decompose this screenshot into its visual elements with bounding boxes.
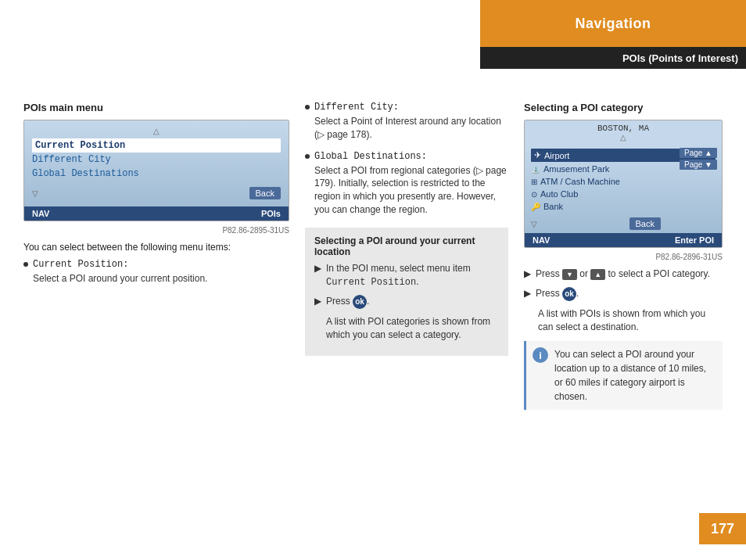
poi-label-1: Amusement Park — [543, 164, 609, 174]
poi-icon-0: ✈ — [534, 150, 541, 160]
navbar-right: POIs — [261, 209, 281, 218]
right-section-title: Selecting a POI category — [524, 102, 723, 113]
arrow-text-0: In the POI menu, select menu item Curren… — [326, 262, 499, 289]
poi-screen-top: BOSTON, MA △ — [525, 120, 722, 145]
mid-bullet-item-0: Different City: Select a Point of Intere… — [305, 102, 508, 142]
poi-row-autoclub: ⊙ Auto Club — [531, 188, 716, 200]
ok-btn-inline: ok — [353, 295, 367, 309]
mid-bullet-desc-0: Select a Point of Interest around any lo… — [314, 115, 508, 142]
right-step-1: ▶ Press ok. — [524, 287, 723, 301]
body-intro: You can select between the following men… — [23, 241, 289, 254]
right-text-1: Press ok. — [536, 287, 579, 301]
screen-inner: △ Current Position Different City Global… — [24, 120, 289, 206]
mid-bullet-header-0: Different City: — [314, 102, 508, 113]
screen-item-current: Current Position — [32, 138, 281, 153]
header-nav-banner: Navigation — [480, 0, 746, 47]
screen-navbar: NAV POIs — [24, 206, 289, 221]
poi-screen-caption: P82.86-2896-31US — [524, 253, 723, 261]
poi-icon-4: 🔑 — [531, 203, 540, 211]
navbar-left: NAV — [32, 209, 49, 218]
poi-category-screen: BOSTON, MA △ Page ▲ Page ▼ ✈ Airport ⛲ A… — [524, 120, 723, 248]
right-text-0: Press ▼ or ▲ to select a POI category. — [536, 267, 710, 281]
mid-bullet-list: Different City: Select a Point of Intere… — [305, 102, 508, 217]
mid-bullet-header-1: Global Destinations: — [314, 151, 508, 162]
right-arrow-0: ▶ — [524, 268, 531, 279]
arrow-step-1: ▶ Press ok. — [314, 295, 499, 309]
screen-item-different: Different City — [32, 153, 281, 167]
poi-row-atm: ⊞ ATM / Cash Machine — [531, 175, 716, 188]
poi-icon-2: ⊞ — [531, 178, 537, 186]
bullet-content: Current Position: Select a POI around yo… — [33, 259, 207, 285]
mid-bullet-desc-1: Select a POI from regional categories (▷… — [314, 164, 508, 217]
right-column: Selecting a POI category BOSTON, MA △ Pa… — [524, 102, 723, 544]
poi-icon-3: ⊙ — [531, 190, 537, 199]
poi-navbar-right: Enter POI — [675, 235, 714, 245]
poi-label-3: Auto Club — [540, 189, 578, 199]
header-nav-title: Navigation — [575, 16, 651, 32]
info-icon: i — [533, 347, 548, 363]
ok-btn-right: ok — [562, 287, 576, 301]
bullet-content-0: Different City: Select a Point of Intere… — [314, 102, 508, 142]
screen-caption-left: P82.86-2895-31US — [23, 226, 289, 235]
left-bullet-item-0: Current Position: Select a POI around yo… — [23, 259, 289, 285]
poi-row-bank: 🔑 Bank — [531, 200, 716, 213]
poi-screen-city: BOSTON, MA — [528, 124, 719, 133]
mid-bullet-item-1: Global Destinations: Select a POI from r… — [305, 151, 508, 217]
page-down-btn[interactable]: Page ▼ — [680, 160, 717, 170]
arrow-text-1: Press ok. — [326, 295, 369, 309]
bullet-header: Current Position: — [33, 259, 207, 270]
poi-icon-1: ⛲ — [531, 165, 540, 174]
info-text: You can select a POI around your locatio… — [554, 347, 716, 404]
arrow-step-2: ▶ A list with POI categories is shown fr… — [314, 315, 499, 342]
bullet-dot — [23, 262, 28, 267]
left-section-title: POIs main menu — [23, 102, 289, 113]
header-sub-banner: POIs (Points of Interest) — [480, 47, 746, 69]
page-btn-group: Page ▲ Page ▼ — [680, 148, 717, 170]
screen-item-global: Global Destinations — [32, 167, 281, 181]
middle-column: Different City: Select a Point of Intere… — [305, 102, 508, 544]
screen-back-btn[interactable]: Back — [249, 187, 281, 199]
poi-label-4: Bank — [543, 202, 563, 211]
right-arrow-1: ▶ — [524, 288, 531, 299]
arrow-sym-1: ▶ — [314, 296, 321, 307]
poi-navbar: NAV Enter POI — [525, 233, 722, 247]
poi-label-0: Airport — [544, 151, 569, 160]
highlight-box: Selecting a POI around your current loca… — [305, 228, 508, 356]
bullet-dot-1 — [305, 154, 310, 159]
poi-label-2: ATM / Cash Machine — [540, 177, 620, 186]
right-steps: ▶ Press ▼ or ▲ to select a POI category.… — [524, 267, 723, 333]
arrow-step-0: ▶ In the POI menu, select menu item Curr… — [314, 262, 499, 289]
poi-main-screen: △ Current Position Different City Global… — [23, 120, 289, 221]
poi-back-btn[interactable]: Back — [629, 217, 661, 230]
bullet-desc: Select a POI around your current positio… — [33, 272, 207, 285]
bullet-dot-0 — [305, 105, 310, 109]
highlight-box-title: Selecting a POI around your current loca… — [314, 235, 499, 257]
left-bullet-list: Current Position: Select a POI around yo… — [23, 259, 289, 285]
right-step-0: ▶ Press ▼ or ▲ to select a POI category. — [524, 267, 723, 281]
right-desc: A list with POIs is shown from which you… — [538, 307, 723, 334]
nav-up-btn: ▲ — [590, 269, 605, 281]
header-sub-title: POIs (Points of Interest) — [622, 52, 738, 64]
main-content: POIs main menu △ Current Position Differ… — [0, 86, 746, 560]
nav-down-btn: ▼ — [562, 269, 577, 281]
left-column: POIs main menu △ Current Position Differ… — [23, 102, 289, 544]
info-box: i You can select a POI around your locat… — [524, 341, 723, 410]
arrow-text-2: A list with POI categories is shown from… — [326, 315, 499, 342]
screen-up-arrow: △ — [32, 127, 281, 135]
poi-screen-body: Page ▲ Page ▼ ✈ Airport ⛲ Amusement Park… — [525, 145, 722, 233]
arrow-sym-0: ▶ — [314, 263, 321, 274]
poi-navbar-left: NAV — [533, 235, 550, 245]
bullet-content-1: Global Destinations: Select a POI from r… — [314, 151, 508, 217]
page-up-btn[interactable]: Page ▲ — [680, 148, 717, 158]
